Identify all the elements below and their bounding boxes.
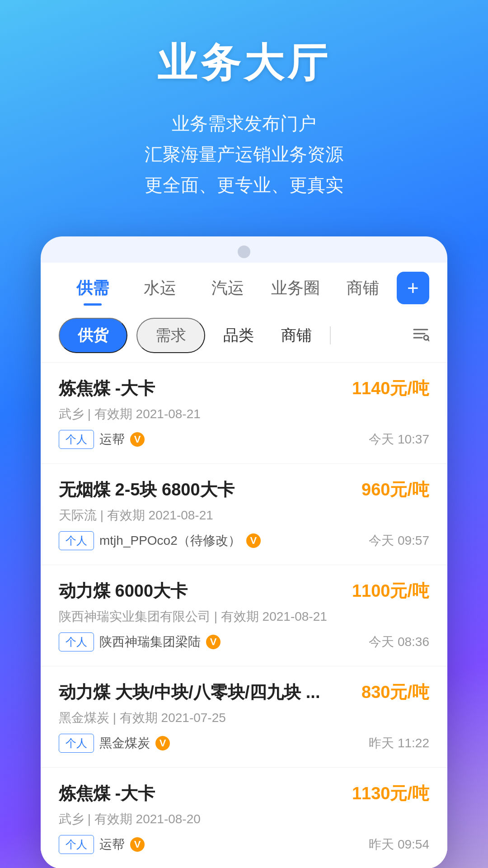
- tab-water-transport[interactable]: 水运: [127, 273, 194, 304]
- subtitle-line2: 汇聚海量产运销业务资源: [18, 139, 470, 170]
- tag-username: 黑金煤炭: [99, 735, 150, 752]
- category-filter[interactable]: 品类: [214, 325, 263, 346]
- add-button[interactable]: +: [397, 272, 429, 304]
- item-meta: 黑金煤炭 | 有效期 2021-07-25: [59, 709, 429, 726]
- verified-badge: V: [246, 533, 261, 548]
- item-tags: 个人 运帮 V: [59, 430, 145, 449]
- item-time: 昨天 11:22: [369, 735, 429, 752]
- item-title: 炼焦煤 -大卡: [59, 782, 155, 805]
- header-section: 业务大厅 业务需求发布门户 汇聚海量产运销业务资源 更全面、更专业、更真实: [0, 0, 488, 227]
- supply-filter-button[interactable]: 供货: [59, 318, 127, 353]
- item-meta: 天际流 | 有效期 2021-08-21: [59, 507, 429, 524]
- item-meta: 武乡 | 有效期 2021-08-20: [59, 811, 429, 828]
- tag-personal: 个人: [59, 430, 94, 449]
- phone-notch: [41, 236, 447, 263]
- item-time: 今天 08:36: [369, 633, 429, 651]
- filter-divider: [330, 326, 331, 344]
- verified-badge: V: [206, 635, 221, 649]
- item-time: 昨天 09:54: [369, 836, 429, 853]
- item-price: 830元/吨: [361, 681, 429, 704]
- list-container: 炼焦煤 -大卡 1140元/吨 武乡 | 有效期 2021-08-21 个人 运…: [41, 363, 447, 868]
- tab-bar: 供需 水运 汽运 业务圈 商铺 +: [41, 263, 447, 309]
- shop-filter[interactable]: 商铺: [272, 325, 321, 346]
- filter-bar: 供货 需求 品类 商铺: [41, 309, 447, 363]
- item-price: 960元/吨: [361, 478, 429, 501]
- tag-personal: 个人: [59, 632, 94, 651]
- phone-card: 供需 水运 汽运 业务圈 商铺 + 供货 需求 品类 商铺 炼焦煤 -大卡: [41, 236, 447, 868]
- subtitle: 业务需求发布门户 汇聚海量产运销业务资源 更全面、更专业、更真实: [18, 108, 470, 200]
- list-item[interactable]: 无烟煤 2-5块 6800大卡 960元/吨 天际流 | 有效期 2021-08…: [41, 464, 447, 565]
- camera-notch: [238, 245, 250, 258]
- subtitle-line1: 业务需求发布门户: [18, 108, 470, 139]
- tab-business-circle[interactable]: 业务圈: [262, 273, 329, 304]
- item-price: 1140元/吨: [352, 377, 429, 400]
- item-title: 动力煤 6000大卡: [59, 580, 188, 603]
- list-item[interactable]: 炼焦煤 -大卡 1130元/吨 武乡 | 有效期 2021-08-20 个人 运…: [41, 768, 447, 868]
- item-meta: 武乡 | 有效期 2021-08-21: [59, 406, 429, 423]
- item-price: 1130元/吨: [352, 782, 429, 805]
- verified-badge: V: [155, 736, 170, 750]
- list-item[interactable]: 炼焦煤 -大卡 1140元/吨 武乡 | 有效期 2021-08-21 个人 运…: [41, 363, 447, 464]
- tag-username: 陕西神瑞集团梁陆: [99, 633, 201, 651]
- item-price: 1100元/吨: [352, 580, 429, 603]
- tag-personal: 个人: [59, 531, 94, 550]
- item-tags: 个人 黑金煤炭 V: [59, 734, 170, 753]
- verified-badge: V: [130, 837, 145, 852]
- item-time: 今天 09:57: [369, 532, 429, 549]
- subtitle-line3: 更全面、更专业、更真实: [18, 170, 470, 200]
- tag-username: mtjh_PPOco2（待修改）: [99, 532, 241, 549]
- verified-badge: V: [130, 432, 145, 447]
- tag-username: 运帮: [99, 836, 125, 853]
- list-item[interactable]: 动力煤 大块/中块/八零块/四九块 ... 830元/吨 黑金煤炭 | 有效期 …: [41, 666, 447, 768]
- item-title: 炼焦煤 -大卡: [59, 377, 155, 400]
- tab-supply-demand[interactable]: 供需: [59, 273, 127, 304]
- svg-line-4: [427, 339, 429, 341]
- demand-filter-button[interactable]: 需求: [136, 318, 205, 353]
- filter-icon[interactable]: [412, 325, 429, 346]
- item-time: 今天 10:37: [369, 431, 429, 448]
- tag-personal: 个人: [59, 835, 94, 854]
- item-tags: 个人 陕西神瑞集团梁陆 V: [59, 632, 221, 651]
- tab-store[interactable]: 商铺: [329, 273, 397, 304]
- main-title: 业务大厅: [18, 36, 470, 90]
- tag-username: 运帮: [99, 431, 125, 448]
- item-tags: 个人 运帮 V: [59, 835, 145, 854]
- item-tags: 个人 mtjh_PPOco2（待修改） V: [59, 531, 261, 550]
- item-title: 动力煤 大块/中块/八零块/四九块 ...: [59, 681, 320, 704]
- item-meta: 陕西神瑞实业集团有限公司 | 有效期 2021-08-21: [59, 608, 429, 625]
- tag-personal: 个人: [59, 734, 94, 753]
- tab-road-transport[interactable]: 汽运: [194, 273, 262, 304]
- list-item[interactable]: 动力煤 6000大卡 1100元/吨 陕西神瑞实业集团有限公司 | 有效期 20…: [41, 565, 447, 666]
- item-title: 无烟煤 2-5块 6800大卡: [59, 478, 235, 501]
